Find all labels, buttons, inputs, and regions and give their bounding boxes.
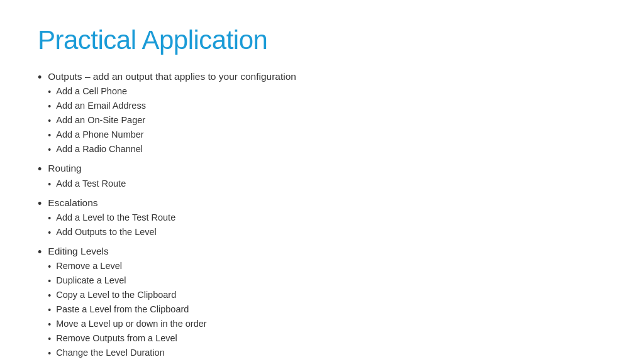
- list-item: •Add Outputs to the Level: [48, 226, 606, 239]
- section-item-outputs: •Outputs – add an output that applies to…: [38, 69, 606, 157]
- bullet-icon: •: [48, 260, 51, 273]
- sub-item-label: Paste a Level from the Clipboard: [56, 303, 189, 317]
- list-item: •Add a Cell Phone: [48, 85, 606, 99]
- main-list: •Outputs – add an output that applies to…: [38, 69, 606, 361]
- list-item: •Add an Email Address: [48, 99, 606, 113]
- sub-item-label: Add a Level to the Test Route: [56, 211, 175, 225]
- content-area: •Outputs – add an output that applies to…: [38, 69, 606, 361]
- bullet-icon-escalations: •: [38, 196, 42, 212]
- section-label-outputs: Outputs – add an output that applies to …: [48, 71, 296, 82]
- slide-title: Practical Application: [38, 25, 606, 55]
- section-item-routing: •Routing•Add a Test Route: [38, 161, 606, 191]
- bullet-icon-editing-levels: •: [38, 244, 42, 260]
- list-item: •Duplicate a Level: [48, 274, 606, 288]
- section-label-editing-levels: Editing Levels: [48, 246, 109, 256]
- list-item: •Move a Level up or down in the order: [48, 317, 606, 331]
- sub-item-label: Duplicate a Level: [56, 274, 126, 288]
- sub-item-label: Add Outputs to the Level: [56, 226, 157, 239]
- sub-item-label: Copy a Level to the Clipboard: [56, 288, 176, 302]
- bullet-icon-outputs: •: [38, 70, 42, 85]
- list-item: •Add a Radio Channel: [48, 143, 606, 156]
- sub-list-routing: •Add a Test Route: [48, 177, 606, 191]
- bullet-icon: •: [48, 114, 51, 128]
- sub-item-label: Add a Test Route: [56, 177, 126, 191]
- bullet-icon: •: [48, 85, 51, 99]
- bullet-icon: •: [48, 178, 51, 191]
- sub-item-label: Add an Email Address: [56, 99, 146, 113]
- bullet-icon: •: [48, 275, 51, 288]
- list-item: •Copy a Level to the Clipboard: [48, 288, 606, 302]
- bullet-icon: •: [48, 212, 51, 225]
- bullet-icon: •: [48, 332, 51, 346]
- sub-list-outputs: •Add a Cell Phone•Add an Email Address•A…: [48, 85, 606, 156]
- list-item: •Change the Level Duration: [48, 346, 606, 360]
- list-item: •Add a Phone Number: [48, 128, 606, 142]
- sub-item-label: Add a Cell Phone: [56, 85, 127, 99]
- list-item: •Add a Test Route: [48, 177, 606, 191]
- section-item-editing-levels: •Editing Levels•Remove a Level•Duplicate…: [38, 244, 606, 361]
- bullet-icon: •: [48, 347, 51, 360]
- section-label-routing: Routing: [48, 163, 81, 173]
- list-item: •Paste a Level from the Clipboard: [48, 303, 606, 317]
- sub-list-editing-levels: •Remove a Level•Duplicate a Level•Copy a…: [48, 260, 606, 360]
- bullet-icon: •: [48, 289, 51, 302]
- sub-item-label: Remove Outputs from a Level: [56, 332, 177, 346]
- list-item: •Remove a Level: [48, 260, 606, 273]
- sub-list-escalations: •Add a Level to the Test Route•Add Outpu…: [48, 211, 606, 239]
- bullet-icon: •: [48, 100, 51, 113]
- section-label-escalations: Escalations: [48, 197, 97, 208]
- sub-item-label: Move a Level up or down in the order: [56, 317, 206, 331]
- bullet-icon-routing: •: [38, 162, 42, 177]
- sub-item-label: Add a Radio Channel: [56, 143, 143, 156]
- slide: Practical Application •Outputs – add an …: [0, 0, 644, 362]
- sub-item-label: Remove a Level: [56, 260, 122, 273]
- bullet-icon: •: [48, 143, 51, 156]
- list-item: •Add an On-Site Pager: [48, 114, 606, 128]
- bullet-icon: •: [48, 129, 51, 142]
- bullet-icon: •: [48, 304, 51, 317]
- sub-item-label: Change the Level Duration: [56, 346, 165, 360]
- bullet-icon: •: [48, 318, 51, 331]
- bullet-icon: •: [48, 226, 51, 239]
- list-item: •Add a Level to the Test Route: [48, 211, 606, 225]
- sub-item-label: Add an On-Site Pager: [56, 114, 145, 128]
- list-item: •Remove Outputs from a Level: [48, 332, 606, 346]
- section-item-escalations: •Escalations•Add a Level to the Test Rou…: [38, 195, 606, 240]
- sub-item-label: Add a Phone Number: [56, 128, 143, 142]
